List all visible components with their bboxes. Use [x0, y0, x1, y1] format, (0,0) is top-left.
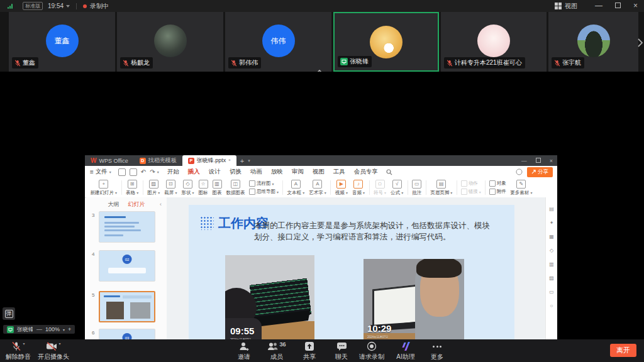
menu-item-view[interactable]: 视图: [308, 168, 329, 176]
chart-panel-icon[interactable]: ▥: [549, 261, 554, 267]
ribbon-picture-button[interactable]: ▨图片 ▾: [145, 178, 162, 197]
camera-options-caret-icon[interactable]: ▾: [58, 341, 60, 346]
share-zoom-caret-icon[interactable]: ▾: [63, 327, 65, 332]
docer-tab[interactable]: D 找稻壳模板: [134, 155, 182, 166]
undo-icon[interactable]: ↶: [139, 168, 148, 175]
notes-panel-icon[interactable]: ▭: [549, 289, 554, 295]
ribbon-audio-button[interactable]: ♪音频 ▾: [350, 178, 367, 197]
ribbon-flowchart-button[interactable]: 流程图▾: [249, 180, 279, 187]
symbol-icon: Ω: [375, 180, 385, 189]
participant-tile[interactable]: 伟伟 郭伟伟: [225, 12, 331, 72]
participant-tile[interactable]: 张宇航: [548, 12, 638, 72]
ribbon-textbox-button[interactable]: A文本框 ▾: [285, 178, 307, 197]
unmute-button[interactable]: ▾ 解除静音: [0, 341, 36, 361]
ribbon-attachment-button[interactable]: 附件: [489, 189, 506, 195]
save-icon[interactable]: [118, 168, 126, 176]
file-menu[interactable]: ≡ 文件 ▾: [85, 168, 116, 176]
photo-timestamp: 09:55: [230, 326, 254, 336]
tab-outline[interactable]: 大纲: [108, 200, 119, 209]
request-record-button[interactable]: 请求录制: [353, 341, 390, 361]
ribbon-more-assets-button[interactable]: ✎更多素材 ▾: [508, 178, 535, 197]
restore-button[interactable]: [609, 0, 627, 12]
ribbon-data-chart-button[interactable]: ◫数据图表: [224, 178, 247, 197]
wps-close-button[interactable]: ×: [545, 158, 557, 164]
time-caret-icon[interactable]: [66, 5, 70, 8]
close-button[interactable]: ×: [627, 0, 644, 12]
meeting-app-window: 标准版 19:54 录制中 视图 — × 董鑫 董鑫 杨麒龙: [0, 0, 644, 362]
ribbon-new-slide-button[interactable]: +新建幻灯片 ▾: [88, 178, 119, 197]
ribbon-chart-button[interactable]: ▥图表: [210, 178, 224, 197]
ribbon-wordart-button[interactable]: A艺术字 ▾: [307, 178, 329, 197]
network-signal-icon: [8, 4, 13, 9]
participant-tile[interactable]: 董鑫 董鑫: [9, 12, 115, 72]
view-button[interactable]: 视图: [565, 2, 577, 11]
wps-restore-button[interactable]: [531, 158, 545, 164]
animation-panel-icon[interactable]: ✦: [550, 220, 554, 226]
ribbon-object-button[interactable]: 对象: [489, 180, 506, 187]
appearance-icon[interactable]: [516, 168, 523, 175]
current-slide[interactable]: 工作内容 本周的工作内容主要是是参与系统架构设计，包括数据库设计、模块划分、接口…: [189, 205, 514, 362]
share-screen-button[interactable]: 共享: [291, 341, 328, 361]
ribbon-video-button[interactable]: ▶视频 ▾: [333, 178, 350, 197]
menu-item-animation[interactable]: 动画: [246, 168, 267, 176]
ribbon-hyperlink-button[interactable]: 链接▾: [461, 189, 481, 195]
tab-slides[interactable]: 幻灯片: [128, 200, 145, 209]
camera-on-button[interactable]: ▾ 开启摄像头: [33, 341, 74, 361]
collapse-panel-icon[interactable]: ‹: [160, 201, 162, 207]
strip-next-page-icon[interactable]: [637, 38, 643, 48]
menu-item-transition[interactable]: 切换: [225, 168, 246, 176]
redo-icon[interactable]: ↷: [148, 168, 157, 175]
slide-body-text[interactable]: 本周的工作内容主要是是参与系统架构设计，包括数据库设计、模块划分、接口定义，学习…: [254, 220, 493, 243]
properties-panel-icon[interactable]: ▤: [549, 206, 554, 212]
design-panel-icon[interactable]: ▦: [549, 234, 554, 239]
ribbon-formula-button[interactable]: √公式 ▾: [389, 178, 406, 197]
participant-tile[interactable]: 杨麒龙: [117, 12, 223, 72]
menu-item-member[interactable]: 会员专享: [350, 168, 382, 176]
search-icon[interactable]: [386, 169, 392, 175]
slide-thumbnail-3[interactable]: [99, 211, 155, 243]
image-panel-icon[interactable]: ▨: [549, 275, 554, 281]
thumb-number: 3: [92, 212, 94, 218]
more-button[interactable]: 更多: [419, 341, 455, 361]
wps-share-button[interactable]: 分享: [527, 167, 553, 177]
invite-button[interactable]: 邀请: [226, 341, 262, 361]
slide-canvas[interactable]: 工作内容 本周的工作内容主要是是参与系统架构设计，包括数据库设计、模块划分、接口…: [167, 197, 546, 362]
menu-item-slideshow[interactable]: 放映: [267, 168, 287, 176]
minimize-button[interactable]: —: [589, 0, 609, 12]
template-panel-icon[interactable]: ◇: [550, 248, 553, 253]
help-panel-icon[interactable]: ○: [550, 303, 553, 309]
menu-item-insert[interactable]: 插入: [184, 168, 204, 176]
ribbon-header-footer-button[interactable]: ▤页眉页脚 ▾: [428, 178, 455, 197]
mic-options-caret-icon[interactable]: ▾: [23, 341, 25, 346]
ribbon-screenshot-button[interactable]: ⊡截屏 ▾: [162, 178, 179, 197]
ribbon-comment-button[interactable]: ▭批注: [410, 178, 424, 197]
participant-tile-active-sharer[interactable]: 张晓锋: [333, 12, 439, 72]
layout-grid-icon[interactable]: [555, 3, 562, 9]
members-button[interactable]: 36 成员: [258, 341, 295, 361]
share-zoom-in-button[interactable]: +: [68, 326, 71, 332]
ribbon-icons-button[interactable]: ☆图标: [196, 178, 210, 197]
print-icon[interactable]: [130, 168, 137, 176]
quickbar-caret-icon[interactable]: ▾: [157, 170, 159, 174]
menu-item-home[interactable]: 开始: [163, 168, 184, 176]
new-tab-button[interactable]: +: [236, 157, 248, 165]
meeting-time[interactable]: 19:54: [48, 3, 64, 9]
leave-meeting-button[interactable]: 离开: [610, 344, 636, 357]
slide-thumbnail-5-selected[interactable]: [99, 291, 155, 322]
menu-item-tools[interactable]: 工具: [329, 168, 350, 176]
ribbon-mindmap-button[interactable]: 思维导图▾: [249, 189, 279, 195]
danmaku-toggle-button[interactable]: 弹: [3, 307, 15, 320]
document-tab-active[interactable]: P 张晓锋.pptx *: [182, 155, 236, 166]
ribbon-shapes-button[interactable]: ◇形状 ▾: [179, 178, 196, 197]
share-zoom-out-button[interactable]: —: [36, 326, 42, 332]
menu-item-review[interactable]: 审阅: [287, 168, 308, 176]
participant-tile[interactable]: 计科专升本221班崔可心: [441, 12, 547, 72]
slide-thumbnail-4[interactable]: 02: [99, 250, 155, 282]
share-zoom-level[interactable]: 100%: [45, 326, 60, 332]
tab-list-caret-icon[interactable]: ▾: [248, 158, 250, 163]
ribbon-symbol-button[interactable]: Ω符号 ▾: [372, 178, 389, 197]
menu-item-design[interactable]: 设计: [204, 168, 225, 176]
ribbon-table-button[interactable]: ⊞表格 ▾: [124, 178, 141, 197]
ribbon-action-button[interactable]: 动作: [461, 180, 481, 187]
wps-minimize-button[interactable]: —: [517, 158, 531, 164]
